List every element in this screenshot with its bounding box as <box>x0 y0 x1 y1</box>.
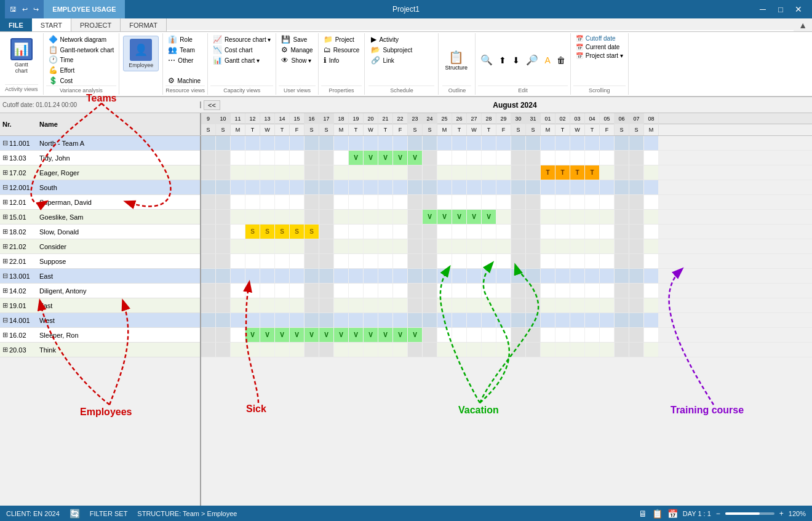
gantt-cell <box>615 165 629 180</box>
zoom-plus-btn[interactable]: + <box>779 509 784 518</box>
group-row[interactable]: ⊟13.001East <box>0 269 200 284</box>
date-cell: 22 <box>393 113 408 124</box>
gantt-cell <box>423 313 437 327</box>
employee-row[interactable]: ⊞20.03Think <box>0 343 200 357</box>
clear-btn[interactable]: 🗑 <box>554 54 568 66</box>
expand-btn[interactable]: ⊟ <box>2 183 8 191</box>
zoom-slider[interactable] <box>725 512 774 515</box>
gantt-cell <box>511 298 526 312</box>
group-row[interactable]: ⊟11.001North - Team A <box>0 136 200 151</box>
close-btn[interactable]: ✕ <box>790 1 807 18</box>
expand-btn[interactable]: ⊟ <box>2 139 8 147</box>
resource-prop-btn[interactable]: 🗂Resource <box>321 45 362 55</box>
time-btn[interactable]: 🕐Time <box>46 55 117 65</box>
gantt-cell <box>201 165 216 180</box>
refresh-icon[interactable]: 🔄 <box>70 509 80 519</box>
expand-btn[interactable]: ⊞ <box>2 331 8 339</box>
cell-name: Diligent, Antony <box>37 287 200 295</box>
employee-row[interactable]: ⊞13.03Tidy, John <box>0 151 200 165</box>
gantt-chart-btn[interactable]: 📊 Ganttchart <box>6 36 38 76</box>
employee-row[interactable]: ⊞16.02Sleeper, Ron <box>0 328 200 343</box>
expand-btn[interactable]: ⊞ <box>2 287 8 295</box>
filter-btn[interactable]: 🔍 <box>478 53 495 67</box>
effort-btn[interactable]: 💪Effort <box>46 65 117 75</box>
expand-btn[interactable]: ⊞ <box>2 257 8 265</box>
subproject-btn[interactable]: 📂Subproject <box>368 45 434 55</box>
gantt-row <box>201 269 812 284</box>
dow-cell: W <box>467 124 482 135</box>
cost-btn[interactable]: 💲Cost <box>46 76 117 86</box>
gantt-cell <box>615 343 629 357</box>
sort-up-btn[interactable]: ⬆ <box>496 54 509 66</box>
gantt-cell: V <box>393 151 408 165</box>
gantt-cell <box>541 210 555 224</box>
zoom-minus-btn[interactable]: − <box>716 509 720 518</box>
employee-usage-tab[interactable]: EMPLOYEE USAGE <box>44 0 124 18</box>
info-btn[interactable]: ℹInfo <box>321 55 362 65</box>
minimize-btn[interactable]: ─ <box>754 1 771 18</box>
expand-btn[interactable]: ⊞ <box>2 154 8 162</box>
activity-sched-btn[interactable]: ▶Activity <box>368 34 434 44</box>
cost-chart-btn[interactable]: 📉Cost chart <box>210 45 274 55</box>
group-row[interactable]: ⊟14.001West <box>0 313 200 328</box>
dow-cell: F <box>496 124 511 135</box>
employee-row[interactable]: ⊞17.02Eager, Roger <box>0 165 200 180</box>
cell-name: Tidy, John <box>37 154 200 162</box>
employee-row[interactable]: ⊞19.01Fast <box>0 298 200 313</box>
show-btn[interactable]: 👁Show ▾ <box>279 55 315 65</box>
network-diagram-btn[interactable]: 🔷Network diagram <box>46 34 117 44</box>
gantt-chart-cap-btn[interactable]: 📊Gantt chart ▾ <box>210 55 274 65</box>
gantt-cell <box>541 343 555 357</box>
other-btn[interactable]: ⋯Other <box>165 55 205 65</box>
gantt-cell: V <box>349 328 364 342</box>
cutoff-date-btn[interactable]: 📅Cutoff date <box>573 34 626 42</box>
gantt-cell <box>378 269 393 283</box>
gantt-cell <box>541 298 555 312</box>
sort-down-btn[interactable]: ⬇ <box>510 54 522 66</box>
expand-btn[interactable]: ⊟ <box>2 316 8 324</box>
tab-project[interactable]: PROJECT <box>71 18 121 31</box>
maximize-btn[interactable]: □ <box>772 1 789 18</box>
expand-btn[interactable]: ⊞ <box>2 242 8 250</box>
employee-row[interactable]: ⊞21.02Consider <box>0 239 200 254</box>
tab-file[interactable]: FILE <box>0 18 32 31</box>
structure-btn[interactable]: 📋 Structure <box>442 47 470 73</box>
manage-btn[interactable]: ⚙Manage <box>279 45 315 55</box>
gantt-cell <box>600 151 615 165</box>
find-btn[interactable]: 🔎 <box>523 53 541 67</box>
current-date-btn[interactable]: 📅Current date <box>573 43 626 51</box>
employee-row[interactable]: ⊞18.02Slow, Donald <box>0 225 200 239</box>
employee-row[interactable]: ⊞12.01Superman, David <box>0 195 200 210</box>
status-icon2[interactable]: 📋 <box>652 509 663 519</box>
tab-start[interactable]: START <box>32 18 71 31</box>
ribbon-collapse-btn[interactable]: ▲ <box>794 18 812 31</box>
status-icon1[interactable]: 🖥 <box>639 509 647 519</box>
save-view-btn[interactable]: 💾Save <box>279 34 315 44</box>
project-start-btn[interactable]: 📅Project start ▾ <box>573 52 626 60</box>
gantt-cell <box>290 343 304 357</box>
employee-row[interactable]: ⊞22.01Suppose <box>0 254 200 269</box>
link-btn[interactable]: 🔗Link <box>368 55 434 65</box>
expand-btn[interactable]: ⊞ <box>2 213 8 221</box>
project-prop-btn[interactable]: 📁Project <box>321 34 362 44</box>
resource-chart-btn[interactable]: 📈Resource chart ▾ <box>210 34 274 44</box>
machine-btn[interactable]: ⚙Machine <box>165 76 203 86</box>
expand-btn[interactable]: ⊞ <box>2 346 8 354</box>
nav-prev-btn[interactable]: << <box>204 100 220 110</box>
gantt-network-btn[interactable]: 📋Gantt-network chart <box>46 45 117 55</box>
expand-btn[interactable]: ⊟ <box>2 272 8 280</box>
expand-btn[interactable]: ⊞ <box>2 301 8 309</box>
expand-btn[interactable]: ⊞ <box>2 228 8 236</box>
tab-format[interactable]: FORMAT <box>121 18 167 31</box>
employee-row[interactable]: ⊞14.02Diligent, Antony <box>0 284 200 298</box>
expand-btn[interactable]: ⊞ <box>2 198 8 206</box>
employee-row[interactable]: ⊞15.01Goeslike, Sam <box>0 210 200 225</box>
role-btn[interactable]: 👔Role <box>165 34 205 44</box>
group-row[interactable]: ⊟12.001South <box>0 180 200 195</box>
status-icon3[interactable]: 📅 <box>667 509 678 519</box>
highlight-btn[interactable]: A <box>542 54 552 66</box>
expand-btn[interactable]: ⊞ <box>2 169 8 177</box>
employee-btn[interactable]: 👤 Employee <box>123 36 159 71</box>
gantt-cell <box>629 269 644 283</box>
team-btn[interactable]: 👥Team <box>165 45 205 55</box>
